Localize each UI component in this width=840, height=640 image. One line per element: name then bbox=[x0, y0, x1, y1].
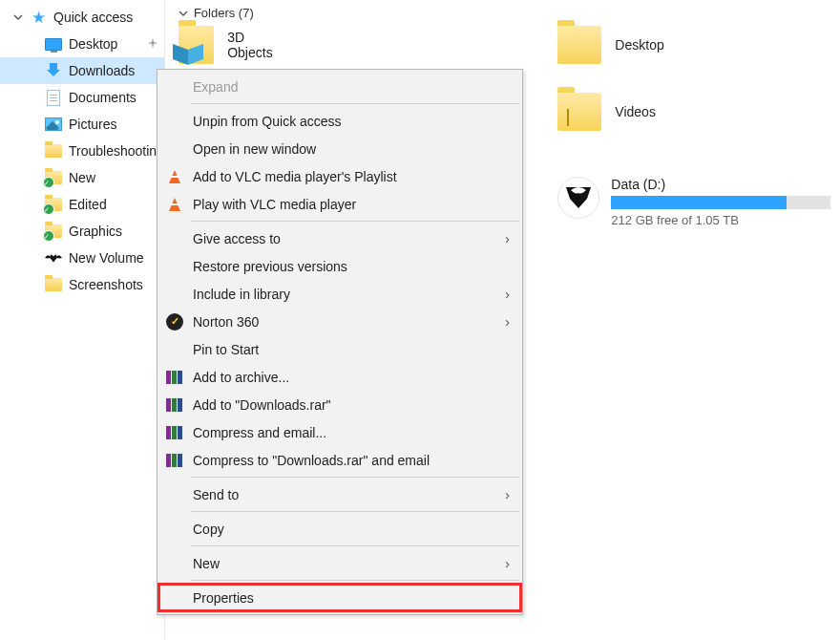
chevron-right-icon: › bbox=[505, 486, 510, 502]
chevron-right-icon: › bbox=[505, 230, 510, 246]
cm-separator bbox=[191, 103, 519, 104]
chevron-right-icon: › bbox=[505, 286, 510, 302]
folder-label: Videos bbox=[615, 104, 656, 119]
cm-new[interactable]: New › bbox=[158, 549, 521, 577]
sidebar-item-label: Documents bbox=[69, 90, 136, 105]
sidebar-item-label: New Volume bbox=[69, 250, 144, 266]
batman-drive-icon bbox=[44, 248, 63, 267]
pin-icon bbox=[147, 38, 158, 50]
sidebar-item-label: Pictures bbox=[69, 117, 117, 132]
cm-expand[interactable]: Expand bbox=[158, 73, 521, 100]
winrar-icon bbox=[164, 367, 185, 388]
folder-videos[interactable]: Videos bbox=[557, 93, 830, 131]
folder-label: 3D Objects bbox=[227, 30, 281, 60]
sidebar-item-label: New bbox=[69, 170, 95, 185]
cm-unpin-quick-access[interactable]: Unpin from Quick access bbox=[158, 107, 521, 135]
sidebar-item-pictures[interactable]: Pictures bbox=[0, 111, 164, 138]
cm-give-access-to[interactable]: Give access to › bbox=[158, 224, 521, 252]
chevron-right-icon: › bbox=[505, 313, 510, 330]
folder-desktop[interactable]: Desktop bbox=[557, 26, 830, 64]
cm-pin-start[interactable]: Pin to Start bbox=[158, 335, 521, 363]
cm-separator bbox=[191, 511, 519, 512]
folders-group-header[interactable]: Folders (7) bbox=[178, 6, 830, 20]
chevron-right-icon: › bbox=[505, 555, 510, 571]
sidebar-item-screenshots[interactable]: Screenshots bbox=[0, 271, 164, 298]
folder-icon bbox=[557, 26, 601, 64]
drive-name: Data (D:) bbox=[611, 177, 830, 192]
cm-separator bbox=[191, 477, 519, 478]
sidebar-item-label: Edited bbox=[69, 197, 107, 212]
cm-send-to[interactable]: Send to › bbox=[158, 480, 521, 508]
quick-access-star-icon: ★ bbox=[29, 8, 48, 27]
folder-icon bbox=[44, 195, 63, 214]
sidebar-item-edited[interactable]: Edited bbox=[0, 191, 164, 218]
sidebar-item-new-volume[interactable]: New Volume bbox=[0, 245, 164, 271]
cm-open-new-window[interactable]: Open in new window bbox=[158, 135, 521, 162]
picture-icon bbox=[44, 115, 63, 134]
drive-usage-bar bbox=[611, 196, 830, 209]
group-header-label: Folders (7) bbox=[194, 6, 254, 20]
sidebar-item-label: Desktop bbox=[69, 36, 117, 52]
cm-add-archive[interactable]: Add to archive... bbox=[158, 363, 521, 391]
folder-icon bbox=[178, 26, 214, 64]
drive-usage-fill bbox=[611, 196, 787, 209]
sidebar-item-documents[interactable]: Documents bbox=[0, 84, 164, 111]
winrar-icon bbox=[164, 395, 185, 416]
drive-free-text: 212 GB free of 1.05 TB bbox=[611, 213, 830, 227]
navigation-pane: ★ Quick access Desktop Downloads Documen… bbox=[0, 0, 165, 640]
document-icon bbox=[44, 88, 63, 107]
norton-icon: ✓ bbox=[164, 311, 185, 332]
cm-separator bbox=[191, 580, 519, 581]
folder-icon bbox=[44, 222, 63, 241]
sidebar-item-label: Graphics bbox=[69, 224, 122, 239]
sidebar-item-label: Troubleshooting bbox=[69, 143, 164, 159]
sidebar-item-label: Downloads bbox=[69, 63, 135, 78]
cm-copy[interactable]: Copy bbox=[158, 515, 521, 543]
quick-access-root[interactable]: ★ Quick access bbox=[0, 4, 164, 31]
sidebar-item-new[interactable]: New bbox=[0, 164, 164, 191]
download-icon bbox=[44, 61, 63, 80]
cm-compress-email[interactable]: Compress and email... bbox=[158, 418, 521, 446]
cm-norton-360[interactable]: ✓ Norton 360 › bbox=[158, 308, 521, 335]
drive-superman-icon bbox=[557, 177, 599, 219]
folder-icon bbox=[44, 141, 63, 160]
cm-vlc-play[interactable]: Play with VLC media player bbox=[158, 190, 521, 218]
folder-icon bbox=[557, 93, 601, 131]
desktop-icon bbox=[44, 34, 63, 53]
vlc-icon bbox=[164, 166, 185, 187]
chevron-down-icon bbox=[13, 12, 23, 22]
cm-separator bbox=[191, 545, 519, 546]
cm-properties[interactable]: Properties bbox=[158, 584, 521, 611]
context-menu: Expand Unpin from Quick access Open in n… bbox=[157, 69, 523, 615]
cm-compress-downloads-email[interactable]: Compress to "Downloads.rar" and email bbox=[158, 446, 521, 474]
cm-include-library[interactable]: Include in library › bbox=[158, 280, 521, 308]
sidebar-item-desktop[interactable]: Desktop bbox=[0, 31, 164, 57]
cm-separator bbox=[191, 221, 519, 222]
drive-data-d[interactable]: Data (D:) 212 GB free of 1.05 TB bbox=[557, 177, 830, 227]
winrar-icon bbox=[164, 450, 185, 471]
sidebar-item-graphics[interactable]: Graphics bbox=[0, 218, 164, 245]
sidebar-item-troubleshooting[interactable]: Troubleshooting bbox=[0, 138, 164, 164]
sidebar-item-label: Screenshots bbox=[69, 277, 143, 292]
chevron-down-icon bbox=[178, 9, 188, 18]
vlc-icon bbox=[164, 194, 185, 215]
cm-vlc-add-playlist[interactable]: Add to VLC media player's Playlist bbox=[158, 162, 521, 190]
folder-label: Desktop bbox=[615, 37, 663, 53]
winrar-icon bbox=[164, 422, 185, 443]
cm-restore-previous[interactable]: Restore previous versions bbox=[158, 252, 521, 280]
folder-icon bbox=[44, 275, 63, 294]
folder-3d-objects[interactable]: 3D Objects bbox=[178, 26, 281, 64]
quick-access-label: Quick access bbox=[53, 10, 133, 25]
sidebar-item-downloads[interactable]: Downloads bbox=[0, 57, 164, 84]
folder-icon bbox=[44, 168, 63, 187]
cm-add-downloads-rar[interactable]: Add to "Downloads.rar" bbox=[158, 391, 521, 418]
